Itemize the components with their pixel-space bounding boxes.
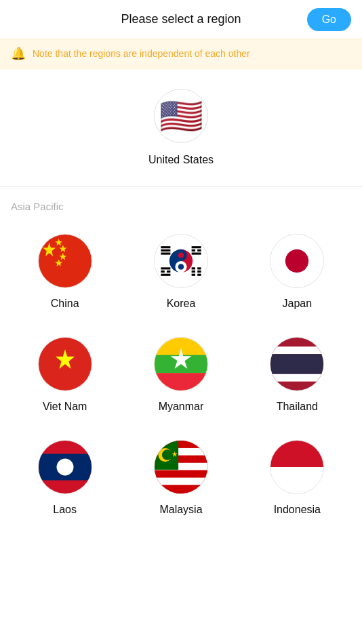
thailand-label: Thailand <box>277 401 318 413</box>
svg-rect-13 <box>192 253 201 255</box>
china-label: China <box>51 298 79 310</box>
go-button[interactable]: Go <box>307 8 351 31</box>
svg-rect-18 <box>192 267 195 269</box>
vietnam-label: Viet Nam <box>43 401 87 413</box>
list-item[interactable]: Laos <box>7 429 123 532</box>
svg-rect-7 <box>161 246 170 248</box>
svg-rect-36 <box>270 346 323 354</box>
list-item[interactable]: China <box>7 223 123 326</box>
laos-label: Laos <box>53 504 77 516</box>
indonesia-label: Indonesia <box>274 504 321 516</box>
speaker-icon: 🔔 <box>11 46 26 61</box>
svg-rect-9 <box>161 253 170 255</box>
svg-rect-33 <box>155 373 207 390</box>
laos-flag <box>38 440 92 494</box>
list-item[interactable]: Indonesia <box>239 429 355 532</box>
korea-label: Korea <box>167 298 196 310</box>
svg-point-28 <box>285 249 308 273</box>
svg-rect-48 <box>155 478 207 485</box>
us-country-name: United States <box>148 154 214 166</box>
list-item[interactable]: Japan <box>239 223 355 326</box>
svg-point-52 <box>162 449 173 460</box>
list-item[interactable]: Viet Nam <box>7 326 123 429</box>
svg-rect-20 <box>192 270 195 273</box>
svg-rect-17 <box>161 274 170 276</box>
svg-rect-10 <box>192 246 201 248</box>
svg-rect-23 <box>197 274 201 276</box>
malaysia-flag <box>154 440 208 494</box>
svg-rect-37 <box>270 354 323 374</box>
region-grid: China <box>0 223 362 532</box>
thailand-flag <box>270 337 324 391</box>
section-label: Asia Pacific <box>0 201 362 223</box>
svg-rect-11 <box>192 249 195 251</box>
svg-rect-22 <box>192 274 195 276</box>
list-item[interactable]: Myanmar <box>123 326 239 429</box>
myanmar-flag <box>154 337 208 391</box>
svg-point-41 <box>56 459 73 476</box>
svg-rect-12 <box>197 249 201 251</box>
svg-rect-21 <box>197 270 201 273</box>
svg-rect-55 <box>270 467 323 494</box>
svg-rect-16 <box>167 270 170 273</box>
us-flag: 🇺🇸 <box>154 89 208 143</box>
svg-rect-15 <box>161 270 164 273</box>
china-flag <box>38 234 92 288</box>
svg-point-26 <box>178 264 184 270</box>
list-item[interactable]: Korea <box>123 223 239 326</box>
list-item[interactable]: Thailand <box>239 326 355 429</box>
malaysia-label: Malaysia <box>159 504 202 516</box>
svg-rect-0 <box>39 235 92 287</box>
vietnam-flag <box>38 337 92 391</box>
myanmar-label: Myanmar <box>159 401 204 413</box>
japan-label: Japan <box>283 298 313 310</box>
header: Please select a region Go <box>0 0 362 39</box>
notice-banner: 🔔 Note that the regions are independent … <box>0 39 362 68</box>
page-title: Please select a region <box>121 12 241 26</box>
divider <box>0 186 362 187</box>
svg-rect-47 <box>155 470 207 478</box>
svg-rect-8 <box>161 249 170 251</box>
svg-rect-54 <box>270 441 323 467</box>
japan-flag <box>270 234 324 288</box>
us-section[interactable]: 🇺🇸 United States <box>0 68 362 180</box>
svg-rect-19 <box>197 267 201 269</box>
svg-point-25 <box>178 252 184 258</box>
notice-text: Note that the regions are independent of… <box>33 48 250 59</box>
indonesia-flag <box>270 440 324 494</box>
korea-flag <box>154 234 208 288</box>
svg-rect-49 <box>155 485 207 494</box>
svg-rect-38 <box>270 374 323 382</box>
svg-rect-14 <box>161 267 170 269</box>
list-item[interactable]: Malaysia <box>123 429 239 532</box>
